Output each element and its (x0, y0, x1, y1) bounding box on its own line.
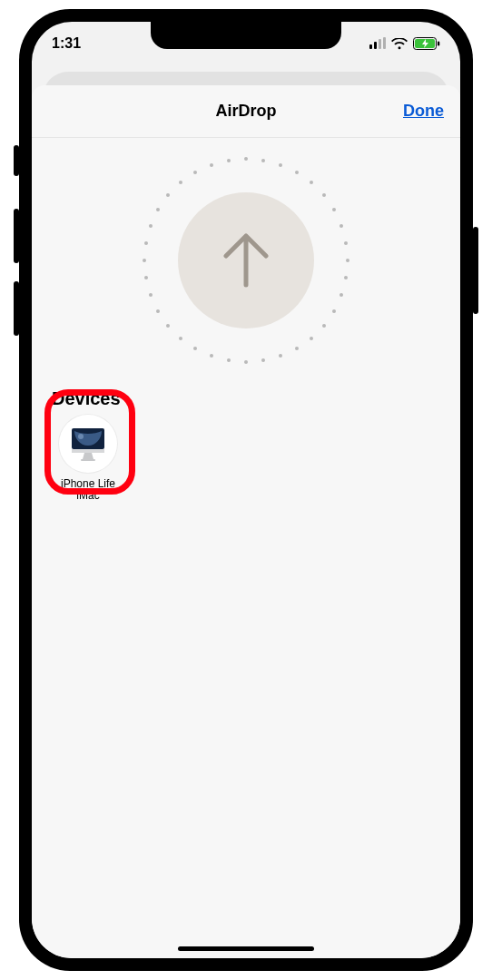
svg-rect-2 (438, 42, 439, 46)
svg-rect-7 (81, 459, 95, 461)
svg-point-4 (78, 434, 84, 439)
device-label: iPhone Life iMac (48, 478, 128, 502)
volume-up-button (14, 209, 19, 263)
arrow-up-icon (219, 230, 273, 290)
devices-section-title: Devices (32, 388, 460, 409)
power-button (473, 227, 478, 314)
notch (151, 22, 341, 49)
sheet-title: AirDrop (216, 102, 277, 121)
home-indicator[interactable] (178, 946, 314, 951)
cellular-signal-icon (369, 38, 386, 49)
done-button[interactable]: Done (403, 85, 444, 137)
battery-charging-icon (413, 37, 440, 50)
status-right (369, 37, 440, 50)
svg-rect-6 (72, 449, 104, 453)
phone-frame: 1:31 AirDrop Done (19, 9, 473, 971)
device-item[interactable]: iPhone Life iMac (48, 415, 128, 502)
airdrop-sheet: AirDrop Done Devices (32, 85, 460, 958)
phone-screen: 1:31 AirDrop Done (32, 22, 460, 958)
sheet-header: AirDrop Done (32, 85, 460, 138)
airdrop-radar (32, 138, 460, 383)
wifi-icon (391, 38, 408, 50)
imac-icon (69, 426, 107, 462)
mute-switch (14, 145, 19, 176)
volume-down-button (14, 281, 19, 336)
status-time: 1:31 (52, 35, 81, 52)
devices-row: iPhone Life iMac (32, 409, 460, 507)
device-avatar (59, 415, 117, 473)
radar-circle (178, 192, 314, 328)
